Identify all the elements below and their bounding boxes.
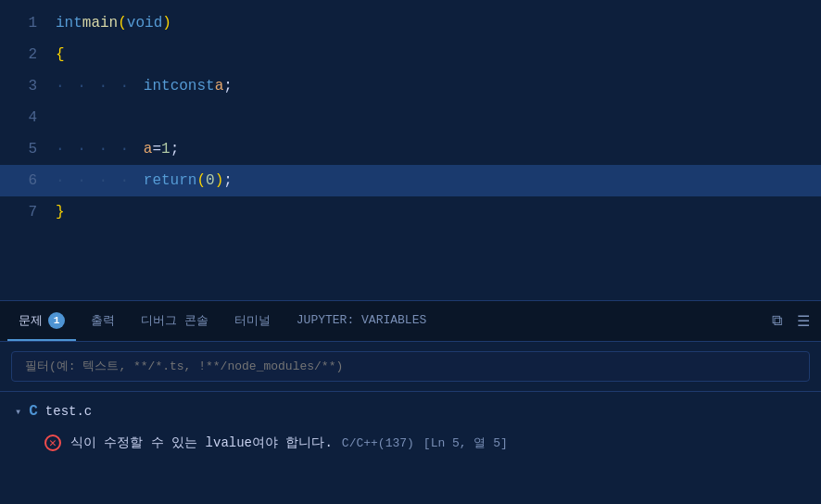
- token-identifier-orange: a: [215, 78, 224, 94]
- tab-label: 출력: [91, 312, 115, 329]
- tab-actions: ⧉ ☰: [768, 309, 814, 334]
- file-name: test.c: [45, 404, 92, 419]
- line-number: 7: [0, 204, 56, 220]
- token-brace: }: [56, 204, 65, 220]
- tab-jupyter[interactable]: JUPYTER: VARIABLES: [285, 301, 437, 341]
- token-paren: (: [196, 172, 206, 189]
- error-icon: ✕: [44, 435, 61, 451]
- token-number: 0: [206, 172, 215, 189]
- token-number: 1: [161, 141, 171, 158]
- token-kw-blue: int: [144, 78, 171, 94]
- problem-source: C/C++(137): [342, 436, 414, 450]
- problem-item-row[interactable]: ✕식이 수정할 수 있는 lvalue여야 합니다.C/C++(137)[Ln …: [0, 427, 821, 459]
- line-content: · · · · return (0);: [56, 172, 233, 189]
- line-content: {: [56, 46, 65, 63]
- problem-file-row[interactable]: ▾Ctest.c: [0, 396, 821, 427]
- tab-label: JUPYTER: VARIABLES: [297, 313, 426, 327]
- code-line: 2{: [0, 39, 821, 70]
- token-paren: (: [118, 15, 127, 32]
- token-kw-void: void: [127, 15, 162, 32]
- line-number: 6: [0, 172, 56, 189]
- token-brace: {: [56, 46, 65, 63]
- code-line: 1int main(void): [0, 7, 821, 39]
- code-line: 6· · · · return (0);: [0, 165, 821, 196]
- line-content: int main(void): [56, 15, 171, 32]
- filter-input[interactable]: [11, 351, 810, 382]
- editor-area: 1int main(void)2{3· · · · int const a;45…: [0, 0, 821, 300]
- indent-dots: · · · ·: [56, 172, 142, 189]
- problem-message: 식이 수정할 수 있는 lvalue여야 합니다.: [70, 435, 333, 451]
- code-line: 7}: [0, 196, 821, 228]
- code-line: 4: [0, 102, 821, 133]
- tab-label: 터미널: [234, 312, 271, 329]
- line-number: 3: [0, 78, 56, 94]
- tab-label: 디버그 콘솔: [141, 312, 208, 329]
- chevron-down-icon: ▾: [15, 405, 21, 419]
- code-container: 1int main(void)2{3· · · · int const a;45…: [0, 0, 821, 300]
- token-kw-blue: return: [144, 172, 197, 189]
- c-file-icon: C: [29, 403, 38, 420]
- tab-debug[interactable]: 디버그 콘솔: [130, 301, 220, 341]
- line-content: · · · · int const a;: [56, 78, 233, 94]
- bottom-panel: 문제1출력디버그 콘솔터미널JUPYTER: VARIABLES ⧉ ☰ ▾Ct…: [0, 300, 821, 504]
- line-content: · · · · a = 1;: [56, 141, 179, 158]
- token-semi: ;: [171, 141, 180, 158]
- tab-problems[interactable]: 문제1: [7, 301, 76, 341]
- code-line: 5· · · · a = 1;: [0, 133, 821, 165]
- token-kw-blue: const: [171, 78, 215, 94]
- indent-dots: · · · ·: [56, 141, 142, 158]
- problem-location: [Ln 5, 열 5]: [423, 435, 508, 451]
- token-kw-yellow: main: [82, 15, 118, 32]
- token-kw-blue: int: [56, 15, 82, 32]
- copy-panel-button[interactable]: ⧉: [768, 309, 786, 334]
- tab-bar: 문제1출력디버그 콘솔터미널JUPYTER: VARIABLES ⧉ ☰: [0, 301, 821, 342]
- problems-list: ▾Ctest.c✕식이 수정할 수 있는 lvalue여야 합니다.C/C++(…: [0, 392, 821, 504]
- menu-panel-button[interactable]: ☰: [793, 309, 814, 334]
- token-paren: ): [215, 172, 224, 189]
- token-semi: ;: [223, 78, 233, 94]
- line-number: 2: [0, 46, 56, 63]
- filter-bar: [0, 342, 821, 392]
- line-content: }: [56, 204, 65, 220]
- line-number: 5: [0, 141, 56, 158]
- tab-label: 문제: [19, 312, 43, 329]
- tab-output[interactable]: 출력: [80, 301, 126, 341]
- tab-badge: 1: [48, 312, 65, 329]
- token-identifier-orange: a: [144, 141, 153, 158]
- token-op: =: [152, 141, 161, 158]
- code-line: 3· · · · int const a;: [0, 70, 821, 102]
- token-paren: ): [162, 15, 171, 32]
- indent-dots: · · · ·: [56, 78, 142, 94]
- line-number: 1: [0, 15, 56, 32]
- token-semi: ;: [223, 172, 233, 189]
- line-number: 4: [0, 109, 56, 126]
- tab-terminal[interactable]: 터미널: [223, 301, 282, 341]
